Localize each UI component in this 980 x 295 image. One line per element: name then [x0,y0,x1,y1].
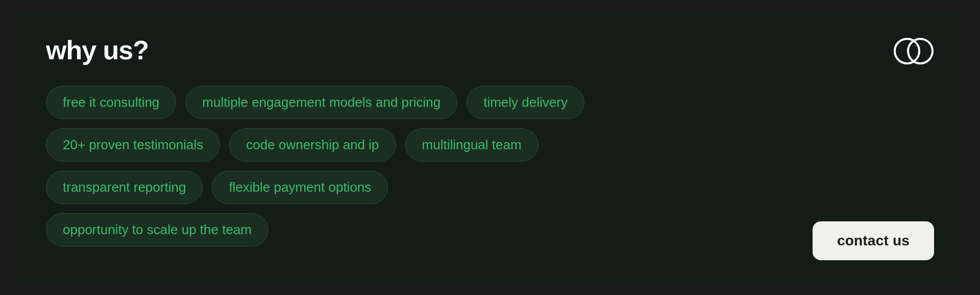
tag-flexible-payment: flexible payment options [212,171,388,204]
tags-row-2: 20+ proven testimonials code ownership a… [46,128,934,162]
tag-opportunity-to-scale: opportunity to scale up the team [46,213,268,246]
tags-row-4: opportunity to scale up the team [46,213,934,246]
tags-row-3: transparent reporting flexible payment o… [46,171,934,204]
tag-free-it-consulting: free it consulting [46,86,176,119]
contact-us-button[interactable]: contact us [813,221,934,260]
tag-transparent-reporting: transparent reporting [46,171,203,204]
tags-row-1: free it consulting multiple engagement m… [46,86,934,119]
page-title: why us? [46,35,934,65]
tag-multiple-engagement: multiple engagement models and pricing [185,86,457,119]
logo-icon [893,31,934,72]
tag-multilingual-team: multilingual team [405,128,538,162]
tags-container: free it consulting multiple engagement m… [46,86,934,246]
tag-code-ownership: code ownership and ip [229,128,396,162]
why-us-card: why us? free it consulting multiple enga… [15,10,965,285]
tag-timely-delivery: timely delivery [467,86,584,119]
tag-proven-testimonials: 20+ proven testimonials [46,128,220,162]
